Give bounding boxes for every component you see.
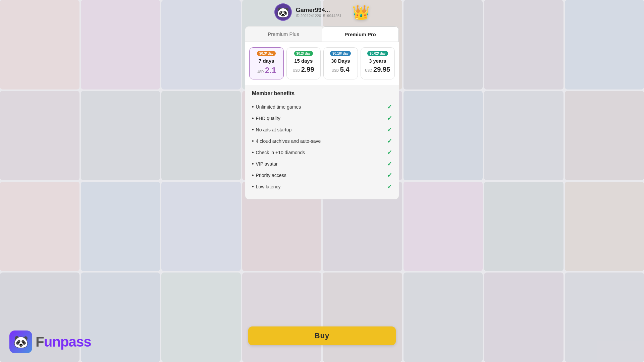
user-info: Gamer994... ID:20212412201519944251 <box>296 7 341 18</box>
plan-15days-price: USD 2.99 <box>293 66 314 73</box>
plan-15days-duration: 15 days <box>294 58 313 64</box>
benefit-row: • Priority access ✓ <box>252 170 392 181</box>
benefit-cloud-archives: • 4 cloud archives and auto-save <box>252 138 321 144</box>
funpass-logo-icon: 🐼 <box>9 330 32 353</box>
benefit-no-ads: • No ads at startup <box>252 127 291 133</box>
tab-premium-plus[interactable]: Premium Plus <box>245 26 322 42</box>
avatar-emoji: 🐼 <box>277 6 289 18</box>
plan-7days-duration: 7 days <box>259 58 274 64</box>
check-icon: ✓ <box>387 137 392 145</box>
plan-3years-price: USD 29.95 <box>365 66 390 73</box>
plan-7days[interactable]: $0.3/ day 7 days USD 2.1 <box>249 47 284 79</box>
plan-30days-duration: 30 Days <box>331 58 350 64</box>
plan-3years-amount: 29.95 <box>373 66 390 73</box>
buy-button[interactable]: Buy <box>248 326 396 345</box>
username: Gamer994... <box>296 7 341 14</box>
funpass-logo: 🐼 Funpass <box>9 330 91 353</box>
benefit-row: • Check in +10 diamonds ✓ <box>252 147 392 158</box>
subscription-tabs: Premium Plus Premium Pro <box>245 26 399 42</box>
funpass-logo-text: Funpass <box>36 334 91 350</box>
user-header: 🐼 Gamer994... ID:20212412201519944251 👑 <box>274 3 370 21</box>
benefit-row: • Unlimited time games ✓ <box>252 101 392 113</box>
check-icon: ✓ <box>387 160 392 168</box>
plan-3years-badge: $0.02/ day <box>367 51 388 56</box>
benefit-row: • 4 cloud archives and auto-save ✓ <box>252 135 392 147</box>
benefit-vip-avatar: • VIP avatar <box>252 161 278 167</box>
avatar: 🐼 <box>274 3 292 21</box>
plan-7days-badge: $0.3/ day <box>257 51 276 56</box>
plan-15days-badge: $0.2/ day <box>294 51 313 56</box>
check-icon: ✓ <box>387 183 392 190</box>
benefits-title: Member benefits <box>252 90 392 97</box>
plan-30days-price: USD 5.4 <box>332 66 350 73</box>
plan-7days-price: USD 2.1 <box>257 66 276 75</box>
benefit-priority-access: • Priority access <box>252 172 286 178</box>
benefit-fhd-quality: • FHD quality <box>252 115 280 121</box>
subscription-modal: 🐼 Gamer994... ID:20212412201519944251 👑 … <box>245 0 399 199</box>
plan-3years[interactable]: $0.02/ day 3 years USD 29.95 <box>361 47 395 79</box>
crown-icon: 👑 <box>352 4 370 20</box>
plan-7days-amount: 2.1 <box>265 66 276 75</box>
benefit-row: • VIP avatar ✓ <box>252 158 392 170</box>
check-icon: ✓ <box>387 172 392 179</box>
plan-30days-amount: 5.4 <box>340 66 350 73</box>
benefit-low-latency: • Low latency <box>252 184 281 190</box>
benefit-row: • FHD quality ✓ <box>252 113 392 124</box>
check-icon: ✓ <box>387 115 392 122</box>
plan-15days[interactable]: $0.2/ day 15 days USD 2.99 <box>286 47 321 79</box>
check-icon: ✓ <box>387 103 392 111</box>
benefits-section: Member benefits • Unlimited time games ✓… <box>245 85 399 199</box>
plan-30days[interactable]: $0.18/ day 30 Days USD 5.4 <box>323 47 358 79</box>
user-id: ID:20212412201519944251 <box>296 14 341 18</box>
plan-15days-amount: 2.99 <box>301 66 314 73</box>
tab-premium-pro[interactable]: Premium Pro <box>322 26 399 42</box>
benefit-unlimited-games: • Unlimited time games <box>252 104 301 110</box>
plans-container: $0.3/ day 7 days USD 2.1 $0.2/ day 15 da… <box>245 42 399 85</box>
check-icon: ✓ <box>387 126 392 133</box>
benefit-row: • No ads at startup ✓ <box>252 124 392 135</box>
plan-30days-badge: $0.18/ day <box>330 51 351 56</box>
benefit-check-diamonds: • Check in +10 diamonds <box>252 149 305 156</box>
benefit-row: • Low latency ✓ <box>252 181 392 192</box>
plan-3years-duration: 3 years <box>369 58 386 64</box>
check-icon: ✓ <box>387 149 392 156</box>
